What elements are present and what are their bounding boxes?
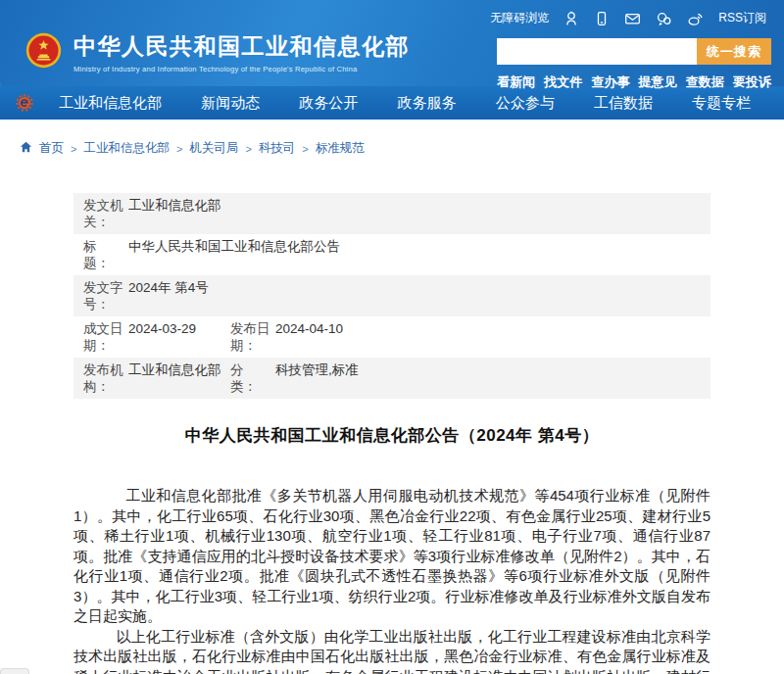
site-title-en: Ministry of Industry and Information Tec… (74, 65, 410, 73)
meta-label: 标 题： (83, 238, 128, 271)
main-nav: 工业和信息化部 新闻动态 政务公开 政务服务 公众参与 工信数据 专题专栏 (0, 86, 784, 120)
meta-label: 成文日期： (83, 320, 128, 354)
search-input[interactable] (497, 38, 697, 65)
mail-icon[interactable] (624, 11, 641, 26)
nav-item-gov-open[interactable]: 政务公开 (299, 94, 358, 113)
meta-label: 发文字号： (83, 279, 128, 313)
meta-row-dates: 成文日期： 2024-03-29 发布日期： 2024-04-10 (74, 316, 710, 358)
nav-item-news[interactable]: 新闻动态 (201, 94, 260, 113)
quick-links: 看新闻 找文件 查办事 提意见 查数据 要投诉 (497, 73, 771, 91)
meta-value: 工业和信息化部 (128, 197, 701, 230)
home-icon[interactable] (20, 141, 32, 156)
meta-label: 发文机关： (83, 197, 128, 230)
site-title: 中华人民共和国工业和信息化部 (74, 31, 410, 62)
document-meta-table: 发文机关： 工业和信息化部 标 题： 中华人民共和国工业和信息化部公告 发文字号… (74, 193, 710, 399)
meta-value: 2024-04-10 (275, 320, 701, 354)
quick-link-files[interactable]: 找文件 (544, 73, 582, 91)
breadcrumb-science-tech[interactable]: 科技司 (259, 140, 296, 157)
meta-value: 科技管理,标准 (275, 361, 701, 395)
footer-corner (0, 668, 29, 674)
meta-value: 2024-03-29 (128, 320, 230, 354)
breadcrumb-home[interactable]: 首页 (39, 140, 64, 157)
weibo-icon[interactable] (687, 11, 704, 26)
meta-value: 2024年 第4号 (128, 279, 701, 313)
meta-row-publisher-category: 发布机构： 工业和信息化部 分 类： 科技管理,标准 (74, 358, 710, 399)
national-emblem-icon (25, 32, 62, 72)
nav-item-miit[interactable]: 工业和信息化部 (59, 94, 162, 113)
meta-value: 工业和信息化部 (128, 361, 230, 395)
nav-item-special[interactable]: 专题专栏 (692, 94, 751, 113)
nav-item-gov-service[interactable]: 政务服务 (397, 94, 456, 113)
mobile-icon[interactable] (594, 11, 610, 26)
site-header: 无障碍浏览 (0, 0, 784, 86)
article-body: 工业和信息化部批准《多关节机器人用伺服电动机技术规范》等454项行业标准（见附件… (74, 486, 710, 674)
breadcrumb-separator: > (245, 143, 251, 155)
quick-link-complaint[interactable]: 要投诉 (733, 73, 771, 91)
meta-label: 发布日期： (230, 320, 275, 354)
brand-home-link[interactable]: 中华人民共和国工业和信息化部 Ministry of Industry and … (25, 31, 410, 73)
breadcrumb-standards[interactable]: 标准规范 (316, 140, 365, 157)
quick-link-services[interactable]: 查办事 (591, 73, 629, 91)
meta-label: 分 类： (230, 361, 275, 395)
utility-bar: 无障碍浏览 (490, 10, 766, 26)
miit-gear-logo-icon (16, 94, 33, 112)
nav-item-data[interactable]: 工信数据 (594, 94, 653, 113)
accessibility-link[interactable]: 无障碍浏览 (490, 10, 549, 26)
quick-link-feedback[interactable]: 提意见 (639, 73, 677, 91)
meta-row-title: 标 题： 中华人民共和国工业和信息化部公告 (74, 234, 710, 275)
quick-link-data[interactable]: 查数据 (686, 73, 724, 91)
search-button[interactable]: 统一搜索 (697, 38, 771, 65)
breadcrumb-miit[interactable]: 工业和信息化部 (83, 140, 170, 157)
wechat-icon[interactable] (656, 11, 672, 26)
page: 无障碍浏览 (0, 0, 784, 674)
page-title: 中华人民共和国工业和信息化部公告（2024年 第4号） (74, 424, 710, 447)
article-content: 发文机关： 工业和信息化部 标 题： 中华人民共和国工业和信息化部公告 发文字号… (74, 193, 710, 674)
rss-link[interactable]: RSS订阅 (718, 10, 766, 26)
mascot-icon[interactable] (564, 11, 579, 26)
breadcrumb-separator: > (71, 143, 76, 155)
search-area: 统一搜索 看新闻 找文件 查办事 提意见 查数据 要投诉 (497, 38, 771, 91)
article-paragraph: 工业和信息化部批准《多关节机器人用伺服电动机技术规范》等454项行业标准（见附件… (74, 486, 710, 627)
meta-value: 中华人民共和国工业和信息化部公告 (128, 238, 701, 271)
nav-item-participation[interactable]: 公众参与 (496, 94, 555, 113)
article-paragraph: 以上化工行业标准（含外文版）由化学工业出版社出版，化工行业工程建设标准由北京科学… (74, 627, 710, 674)
breadcrumb-departments[interactable]: 机关司局 (189, 140, 238, 157)
breadcrumb-separator: > (176, 143, 182, 155)
meta-row-doc-number: 发文字号： 2024年 第4号 (74, 275, 710, 316)
breadcrumb-separator: > (302, 143, 308, 155)
breadcrumb: 首页 > 工业和信息化部 > 机关司局 > 科技司 > 标准规范 (0, 120, 784, 166)
meta-label: 发布机构： (83, 361, 128, 395)
quick-link-news[interactable]: 看新闻 (497, 73, 535, 91)
meta-row-issuing-authority: 发文机关： 工业和信息化部 (74, 193, 710, 234)
